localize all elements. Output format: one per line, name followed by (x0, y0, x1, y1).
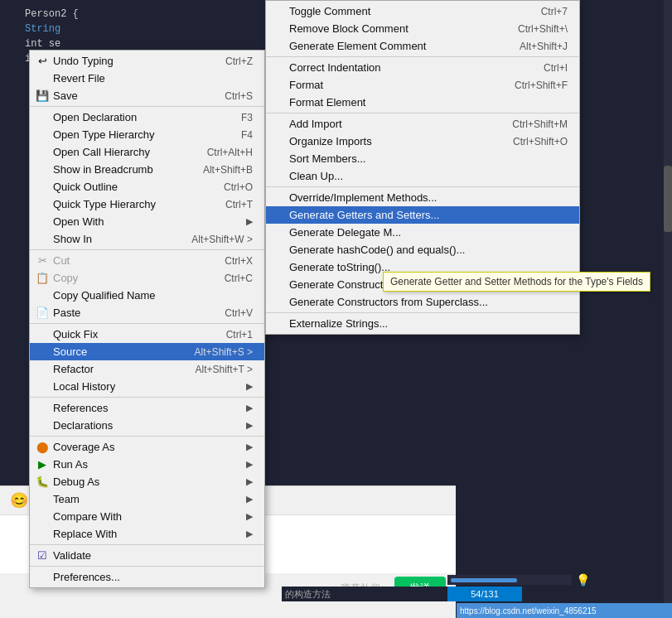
scrollbar-thumb[interactable] (664, 166, 672, 232)
menu-generate-element-comment[interactable]: Generate Element Comment Alt+Shift+J (266, 37, 579, 55)
menu-divider-4 (30, 397, 264, 398)
line-info: 54/131 (447, 587, 522, 601)
menu-declarations[interactable]: Declarations ▶ (30, 417, 264, 434)
check-icon: ☑ (35, 548, 50, 563)
bottom-title-text: 的构造方法 (282, 587, 447, 601)
lightbulb-icon[interactable]: 💡 (576, 573, 590, 587)
right-divider-1 (266, 56, 579, 57)
team-arrow: ▶ (246, 494, 253, 505)
code-line-3: String (0, 22, 282, 36)
editor-scrollbar[interactable] (664, 0, 672, 618)
menu-generate-getters-setters[interactable]: Generate Getters and Setters... (266, 206, 579, 224)
coverage-arrow: ▶ (246, 442, 253, 452)
paste-icon: 📄 (35, 306, 50, 321)
menu-paste[interactable]: 📄 Paste Ctrl+V (30, 304, 264, 321)
save-icon: 💾 (35, 89, 50, 104)
right-divider-3 (266, 186, 579, 187)
menu-show-in[interactable]: Show In Alt+Shift+W > (30, 230, 264, 248)
debug-icon: 🐛 (35, 475, 50, 490)
menu-divider-5 (30, 436, 264, 437)
debug-arrow: ▶ (246, 476, 253, 487)
menu-quick-outline[interactable]: Quick Outline Ctrl+O (30, 178, 264, 196)
menu-copy[interactable]: 📋 Copy Ctrl+C (30, 269, 264, 287)
menu-divider-2 (30, 249, 264, 250)
menu-generate-constructors-superclass[interactable]: Generate Constructors from Superclass... (266, 293, 579, 311)
menu-generate-delegate[interactable]: Generate Delegate M... (266, 224, 579, 241)
menu-references[interactable]: References ▶ (30, 399, 264, 417)
menu-show-breadcrumb[interactable]: Show in Breadcrumb Alt+Shift+B (30, 161, 264, 178)
declarations-arrow: ▶ (246, 420, 253, 431)
menu-divider-1 (30, 106, 264, 107)
menu-team[interactable]: Team ▶ (30, 490, 264, 508)
left-context-menu: ↩ Undo Typing Ctrl+Z Revert File 💾 Save … (29, 50, 265, 588)
menu-divider-6 (30, 544, 264, 545)
menu-refactor[interactable]: Refactor Alt+Shift+T > (30, 360, 264, 378)
menu-correct-indentation[interactable]: Correct Indentation Ctrl+I (266, 59, 579, 76)
code-line-1: Person2 { (0, 7, 282, 22)
menu-open-declaration[interactable]: Open Declaration F3 (30, 109, 264, 126)
menu-validate[interactable]: ☑ Validate (30, 547, 264, 564)
cut-icon: ✂ (35, 253, 50, 268)
emoji-icon[interactable]: 😊 (10, 491, 28, 509)
menu-open-with[interactable]: Open With ▶ (30, 213, 264, 230)
menu-externalize-strings[interactable]: Externalize Strings... (266, 315, 579, 332)
run-icon: ▶ (35, 457, 50, 472)
menu-coverage-as[interactable]: ⬤ Coverage As ▶ (30, 438, 264, 456)
coverage-icon: ⬤ (35, 440, 50, 455)
menu-run-as[interactable]: ▶ Run As ▶ (30, 456, 264, 473)
menu-remove-block-comment[interactable]: Remove Block Comment Ctrl+Shift+\ (266, 20, 579, 37)
menu-quick-type-hierarchy[interactable]: Quick Type Hierarchy Ctrl+T (30, 196, 264, 213)
menu-override-implement[interactable]: Override/Implement Methods... (266, 189, 579, 206)
undo-icon: ↩ (35, 54, 50, 69)
menu-open-call-hierarchy[interactable]: Open Call Hierarchy Ctrl+Alt+H (30, 143, 264, 161)
menu-add-import[interactable]: Add Import Ctrl+Shift+M (266, 115, 579, 133)
right-divider-2 (266, 113, 579, 113)
menu-preferences[interactable]: Preferences... (30, 568, 264, 586)
open-with-arrow: ▶ (246, 216, 253, 227)
menu-source[interactable]: Source Alt+Shift+S > (30, 343, 264, 360)
menu-copy-qualified-name[interactable]: Copy Qualified Name (30, 287, 264, 304)
menu-debug-as[interactable]: 🐛 Debug As ▶ (30, 473, 264, 490)
menu-sort-members[interactable]: Sort Members... (266, 150, 579, 167)
menu-format-element[interactable]: Format Element (266, 94, 579, 111)
menu-generate-hashcode-equals[interactable]: Generate hashCode() and equals()... (266, 241, 579, 258)
progress-area (447, 575, 572, 585)
menu-divider-3 (30, 323, 264, 324)
menu-toggle-comment[interactable]: Toggle Comment Ctrl+7 (266, 2, 579, 20)
menu-compare-with[interactable]: Compare With ▶ (30, 508, 264, 525)
menu-local-history[interactable]: Local History ▶ (30, 378, 264, 395)
menu-format[interactable]: Format Ctrl+Shift+F (266, 76, 579, 94)
tooltip-generate-getters: Generate Getter and Setter Methods for t… (383, 272, 650, 292)
compare-arrow: ▶ (246, 511, 253, 522)
local-history-arrow: ▶ (246, 381, 253, 392)
copy-icon: 📋 (35, 271, 50, 286)
menu-cut[interactable]: ✂ Cut Ctrl+X (30, 252, 264, 269)
url-bar: https://blog.csdn.net/weixin_4856215 (457, 603, 672, 618)
menu-divider-7 (30, 566, 264, 567)
progress-bar (451, 578, 517, 582)
menu-revert-file[interactable]: Revert File (30, 70, 264, 87)
right-divider-4 (266, 312, 579, 313)
menu-quick-fix[interactable]: Quick Fix Ctrl+1 (30, 326, 264, 343)
menu-undo-typing[interactable]: ↩ Undo Typing Ctrl+Z (30, 52, 264, 70)
references-arrow: ▶ (246, 403, 253, 413)
menu-replace-with[interactable]: Replace With ▶ (30, 525, 264, 543)
menu-save[interactable]: 💾 Save Ctrl+S (30, 87, 264, 104)
menu-clean-up[interactable]: Clean Up... (266, 167, 579, 185)
run-arrow: ▶ (246, 459, 253, 470)
menu-organize-imports[interactable]: Organize Imports Ctrl+Shift+O (266, 133, 579, 150)
replace-arrow: ▶ (246, 529, 253, 539)
menu-open-type-hierarchy[interactable]: Open Type Hierarchy F4 (30, 126, 264, 143)
